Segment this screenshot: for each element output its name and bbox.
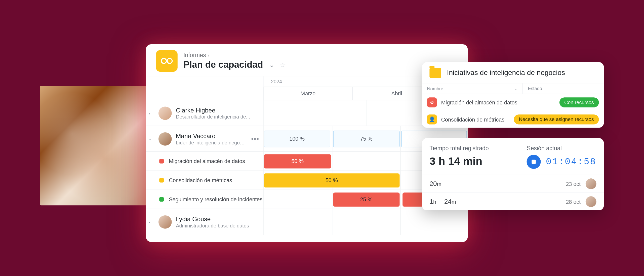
capacity-cell[interactable]: 75 % — [333, 130, 399, 147]
more-icon[interactable]: ••• — [251, 135, 259, 142]
initiative-icon: 👤 — [427, 114, 437, 124]
status-badge: Necesita que se asignen recursos — [514, 114, 599, 124]
chevron-down-icon: ⌄ — [514, 86, 517, 91]
task-bar[interactable]: 50 % — [264, 173, 399, 187]
session-timer: 01:04:58 — [546, 156, 596, 167]
entry-date: 23 oct — [566, 181, 581, 187]
time-entry-row[interactable]: 20m 23 oct — [422, 175, 604, 193]
total-time-value: 3 h 14 min — [429, 155, 527, 168]
breadcrumb[interactable]: Informes › — [183, 52, 286, 58]
initiative-row[interactable]: 👤 Consolidación de métricas Necesita que… — [422, 111, 604, 128]
status-dot — [159, 197, 164, 202]
task-name[interactable]: Consolidación de métricas — [169, 177, 232, 183]
person-role: Administradora de base de datos — [176, 223, 249, 228]
avatar — [158, 132, 172, 145]
initiative-row[interactable]: ⚙ Migración del almacén de datos Con rec… — [422, 94, 604, 111]
avatar — [586, 178, 596, 189]
expand-toggle[interactable]: › — [148, 110, 154, 115]
folder-icon — [429, 68, 441, 78]
entry-duration: 1h 24m — [429, 198, 561, 205]
capacity-plan-panel: Informes › Plan de capacidad ⌄ ☆ 2024 Ma… — [146, 44, 468, 242]
avatar — [158, 215, 172, 228]
task-bar[interactable]: 25 % — [333, 192, 399, 206]
avatar — [586, 196, 596, 207]
status-dot — [159, 178, 164, 182]
entry-date: 28 oct — [566, 199, 581, 205]
svg-point-1 — [167, 58, 172, 63]
initiatives-title: Iniciativas de inteligencia de negocios — [447, 69, 565, 77]
stop-button[interactable] — [527, 155, 541, 169]
month-header: Marzo — [263, 87, 352, 100]
expand-toggle[interactable]: ⌄ — [148, 136, 154, 141]
status-dot — [159, 159, 164, 163]
page-title: Plan de capacidad — [183, 59, 263, 70]
initiative-icon: ⚙ — [427, 97, 437, 107]
person-name[interactable]: Maria Vaccaro — [176, 132, 247, 139]
person-name[interactable]: Clarke Higbee — [176, 106, 250, 113]
star-icon[interactable]: ☆ — [280, 61, 286, 68]
session-label: Sesión actual — [527, 145, 596, 151]
person-name[interactable]: Lydia Gouse — [176, 215, 249, 222]
column-header-state[interactable]: Estado — [522, 83, 604, 94]
time-tracking-card: Tiempo total registrado 3 h 14 min Sesió… — [422, 138, 604, 210]
person-role: Desarrollador de inteligencia de... — [176, 114, 250, 120]
task-bar[interactable]: 50 % — [264, 154, 331, 168]
status-badge: Con recursos — [559, 97, 599, 107]
initiatives-card: Iniciativas de inteligencia de negocios … — [422, 62, 604, 128]
expand-toggle[interactable]: › — [148, 219, 154, 224]
task-name[interactable]: Seguimiento y resolución de incidentes — [169, 196, 262, 203]
project-icon — [156, 50, 178, 72]
svg-point-0 — [161, 58, 166, 63]
chevron-down-icon[interactable]: ⌄ — [269, 61, 274, 68]
breadcrumb-label: Informes — [183, 52, 206, 58]
hero-photo — [40, 86, 146, 205]
person-role: Líder de inteligencia de negocios — [176, 139, 247, 145]
initiative-name: Migración del almacén de datos — [441, 99, 559, 105]
time-entry-row[interactable]: 1h 24m 28 oct — [422, 193, 604, 210]
avatar — [158, 106, 172, 120]
task-name[interactable]: Migración del almacén de datos — [169, 158, 245, 164]
total-time-label: Tiempo total registrado — [429, 145, 527, 151]
chevron-right-icon: › — [208, 52, 209, 58]
capacity-cell[interactable]: 100 % — [264, 130, 330, 147]
initiative-name: Consolidación de métricas — [441, 116, 514, 123]
column-header-name[interactable]: Nombre ⌄ — [422, 83, 522, 94]
entry-duration: 20m — [429, 180, 561, 187]
